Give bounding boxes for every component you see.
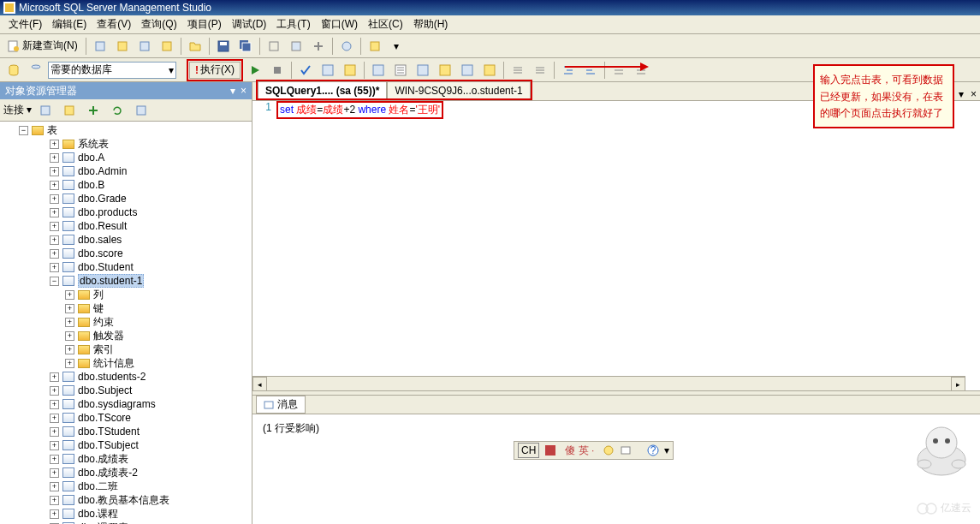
tb-btn-f[interactable]: ▾ — [387, 37, 406, 56]
tree-item[interactable]: +dbo.TStudent — [2, 425, 250, 438]
tree-item[interactable]: +dbo.sales — [2, 233, 250, 247]
message-tab[interactable]: 消息 — [256, 396, 306, 414]
expand-icon[interactable]: + — [50, 153, 59, 163]
tree-item[interactable]: +键 — [2, 301, 250, 315]
expand-icon[interactable]: + — [50, 249, 59, 259]
tabs-dropdown-icon[interactable]: ▾ — [955, 88, 967, 100]
collapse-icon[interactable]: − — [19, 126, 28, 135]
expand-icon[interactable]: + — [50, 441, 59, 450]
tb-btn-c[interactable] — [308, 37, 329, 56]
menu-help[interactable]: 帮助(H) — [408, 17, 454, 32]
message-body[interactable]: (1 行受影响) — [252, 414, 980, 524]
expand-icon[interactable]: + — [50, 167, 59, 176]
expand-icon[interactable]: + — [65, 345, 74, 354]
collapse-icon[interactable]: − — [50, 277, 59, 286]
menu-query[interactable]: 查询(Q) — [136, 17, 181, 32]
tab-sqlquery[interactable]: SQLQuery1.... (sa (55))* — [258, 81, 387, 98]
database-combo[interactable]: 需要的数据库 ▾ — [48, 62, 176, 79]
expand-icon[interactable]: + — [50, 386, 59, 396]
execute-button[interactable]: ! 执行(X) — [189, 62, 241, 79]
tree-root[interactable]: − 表 — [2, 123, 250, 137]
tree-item[interactable]: −dbo.student-1 — [2, 274, 250, 288]
tree-item[interactable]: +dbo.TSubject — [2, 438, 250, 452]
tb-q10[interactable] — [530, 61, 550, 80]
tree-view[interactable]: − 表 +系统表+dbo.A+dbo.Admin+dbo.B+dbo.Grade… — [0, 122, 252, 524]
pt-btn-1[interactable] — [35, 101, 56, 120]
tb-btn-4[interactable] — [157, 37, 177, 56]
menu-tools[interactable]: 工具(T) — [271, 17, 315, 32]
expand-icon[interactable]: + — [65, 304, 74, 313]
tree-item[interactable]: +dbo.课程 — [2, 507, 250, 521]
tree-item[interactable]: +dbo.TScore — [2, 411, 250, 425]
tb-comment[interactable] — [609, 61, 629, 80]
panel-dropdown-icon[interactable]: ▾ — [230, 85, 235, 97]
tree-item[interactable]: +dbo.A — [2, 151, 250, 164]
tree-item[interactable]: +dbo.二班 — [2, 479, 250, 493]
tb-btn-b[interactable] — [286, 37, 306, 56]
tree-item[interactable]: +dbo.score — [2, 247, 250, 260]
tree-item[interactable]: +dbo.成绩表-2 — [2, 466, 250, 479]
menu-community[interactable]: 社区(C) — [363, 17, 408, 32]
menu-edit[interactable]: 编辑(E) — [47, 17, 92, 32]
expand-icon[interactable]: + — [50, 194, 59, 204]
tree-item[interactable]: +dbo.B — [2, 178, 250, 192]
ime-icon-2[interactable] — [603, 444, 615, 456]
tb-btn-a[interactable] — [264, 37, 284, 56]
tree-item[interactable]: +索引 — [2, 342, 250, 356]
expand-icon[interactable]: + — [65, 359, 74, 368]
db-icon-button[interactable] — [3, 61, 24, 80]
tb-btn-d[interactable] — [336, 37, 357, 56]
expand-icon[interactable]: + — [50, 455, 59, 464]
tb-q7[interactable] — [457, 61, 478, 80]
tb-q6[interactable] — [435, 61, 455, 80]
tree-item[interactable]: +统计信息 — [2, 356, 250, 370]
tb-outdent[interactable] — [580, 61, 601, 80]
connect-button[interactable]: 连接 ▾ — [3, 103, 32, 117]
tree-item[interactable]: +dbo.Result — [2, 219, 250, 233]
tree-item[interactable]: +dbo.课程表 — [2, 521, 250, 524]
expand-icon[interactable]: + — [50, 482, 59, 491]
scroll-right-button[interactable]: ▸ — [951, 377, 965, 390]
expand-icon[interactable]: + — [65, 331, 74, 341]
tb-btn-e[interactable] — [365, 37, 385, 56]
tb-q9[interactable] — [508, 61, 528, 80]
tree-item[interactable]: +dbo.Grade — [2, 192, 250, 205]
save-all-button[interactable] — [235, 37, 256, 56]
parse-button[interactable] — [295, 61, 316, 80]
tb-btn-1[interactable] — [90, 37, 110, 56]
expand-icon[interactable]: + — [50, 427, 59, 437]
tree-item[interactable]: +列 — [2, 288, 250, 301]
expand-icon[interactable]: + — [50, 414, 59, 423]
tree-item[interactable]: +dbo.教员基本信息表 — [2, 493, 250, 507]
tree-item[interactable]: +触发器 — [2, 329, 250, 342]
pt-btn-3[interactable] — [83, 101, 104, 120]
menu-project[interactable]: 项目(P) — [182, 17, 227, 32]
tree-item[interactable]: +dbo.students-2 — [2, 370, 250, 384]
expand-icon[interactable]: + — [50, 222, 59, 231]
tb-q4[interactable] — [390, 61, 411, 80]
expand-icon[interactable]: + — [65, 290, 74, 300]
menu-view[interactable]: 查看(V) — [92, 17, 136, 32]
expand-icon[interactable]: + — [65, 318, 74, 327]
panel-close-icon[interactable]: × — [241, 85, 246, 97]
tree-item[interactable]: +dbo.成绩表 — [2, 452, 250, 466]
scroll-left-button[interactable]: ◂ — [252, 377, 267, 390]
tree-item[interactable]: +dbo.Admin — [2, 164, 250, 178]
tree-item[interactable]: +约束 — [2, 315, 250, 329]
sql-editor[interactable]: 1 set 成绩=成绩+2 where 姓名='王明' ◂ ▸ — [252, 101, 980, 390]
expand-icon[interactable]: + — [50, 509, 59, 519]
tb-indent[interactable] — [558, 61, 579, 80]
tb-btn-2[interactable] — [112, 37, 133, 56]
tree-item[interactable]: +dbo.sysdiagrams — [2, 397, 250, 411]
pt-refresh-button[interactable] — [107, 101, 128, 120]
save-button[interactable] — [213, 37, 234, 56]
menu-window[interactable]: 窗口(W) — [316, 17, 363, 32]
expand-icon[interactable]: + — [50, 372, 59, 382]
tb-q8[interactable] — [479, 61, 500, 80]
tab-close-icon[interactable]: × — [967, 88, 980, 100]
expand-icon[interactable]: + — [50, 235, 59, 245]
tree-item[interactable]: +dbo.Student — [2, 260, 250, 274]
expand-icon[interactable]: + — [50, 496, 59, 505]
ime-icon-3[interactable] — [620, 444, 632, 456]
change-db-button[interactable] — [26, 61, 46, 80]
